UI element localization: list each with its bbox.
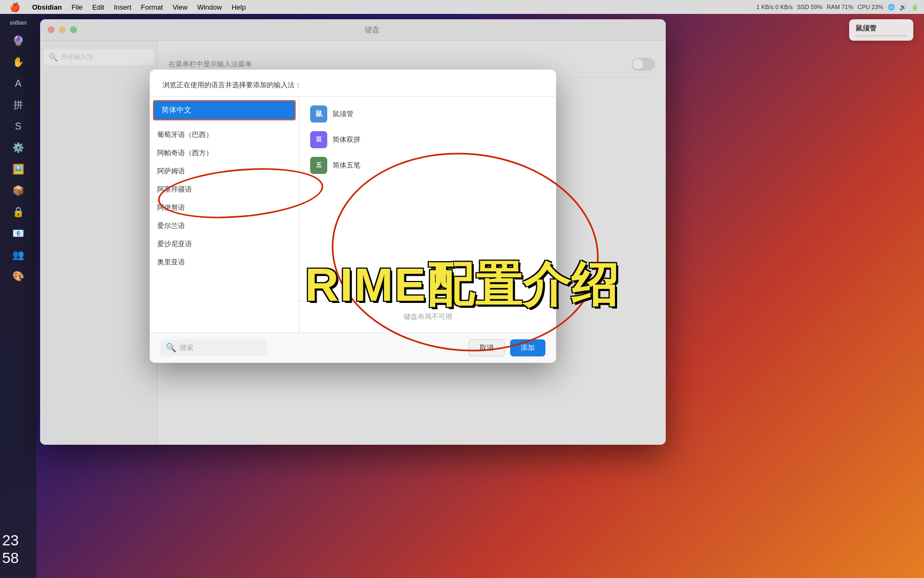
menu-edit[interactable]: Edit (88, 2, 109, 12)
im-icon-shuang: 双 (310, 131, 327, 148)
dialog-instruction: 浏览正在使用的语言并选择要添加的输入法： (163, 81, 302, 89)
clock-minute: 58 (2, 549, 19, 567)
menu-help[interactable]: Help (227, 2, 250, 12)
menu-format[interactable]: Format (137, 2, 167, 12)
im-item-wubi[interactable]: 五 简体五笔 (304, 153, 552, 178)
clock-hour: 23 (2, 531, 19, 550)
stat-ram: RAM 71% (827, 4, 853, 10)
im-name-wubi: 简体五笔 (333, 161, 360, 170)
stat-ssd: SSD 59% (797, 4, 822, 10)
sidebar-item-lock[interactable]: 🔒 (9, 202, 28, 222)
im-item-shuang[interactable]: 双 简体双拼 (304, 127, 552, 153)
input-method-panel: 鼠 鼠须管 双 简体双拼 五 简体五笔 (299, 97, 556, 332)
battery-icon: 🔋 (911, 4, 919, 11)
rime-panel-divider (856, 35, 907, 36)
selected-lang-text: 简体中文 (161, 105, 191, 115)
system-clock: 23 58 (2, 531, 19, 567)
language-list[interactable]: 葡萄牙语（巴西） 阿帕奇语（西方） 阿萨姆语 阿塞拜疆语 阿伊努语 爱尔兰语 爱… (150, 124, 299, 332)
dialog-footer: 🔍 取消 添加 (150, 332, 556, 363)
rime-panel-title: 鼠须管 (856, 24, 907, 33)
stat-net: 1 KB/s 0 KB/s (757, 4, 793, 10)
sidebar-item-s[interactable]: S (9, 117, 28, 136)
sidebar-item-gear[interactable]: ⚙️ (9, 138, 28, 157)
add-input-method-dialog: 浏览正在使用的语言并选择要添加的输入法： 简体中文 葡萄牙语（巴西） 阿帕奇语（… (150, 70, 556, 363)
search-icon: 🔍 (166, 343, 176, 353)
app-window: 键盘 🔍 所有输入法 在菜单栏中显示输入法菜单 (40, 19, 666, 445)
menu-file[interactable]: File (67, 2, 87, 12)
dialog-body: 简体中文 葡萄牙语（巴西） 阿帕奇语（西方） 阿萨姆语 阿塞拜疆语 阿伊努语 爱… (150, 97, 556, 332)
apple-menu[interactable]: 🍎 (5, 1, 25, 13)
app-name[interactable]: Obsidian (28, 2, 66, 12)
lang-item-apache[interactable]: 阿帕奇语（西方） (150, 144, 299, 162)
footer-buttons: 取消 添加 (468, 339, 545, 356)
keyboard-layout-note: 键盘布局不可用 (299, 301, 556, 332)
im-item-rime[interactable]: 鼠 鼠须管 (304, 101, 552, 127)
search-input[interactable] (180, 344, 260, 352)
menubar: 🍎 Obsidian File Edit Insert Format View … (0, 0, 924, 14)
dialog-search-bar[interactable]: 🔍 (160, 339, 267, 356)
lang-item-estonian[interactable]: 爱沙尼亚语 (150, 235, 299, 253)
cancel-button[interactable]: 取消 (468, 339, 505, 356)
lang-item-oriya[interactable]: 奥里亚语 (150, 253, 299, 271)
lang-item-azerbaijani[interactable]: 阿塞拜疆语 (150, 180, 299, 199)
wifi-icon: 🌐 (888, 4, 895, 11)
add-button[interactable]: 添加 (510, 339, 545, 356)
left-sidebar: sidian 🔮 ✋ A 拼 S ⚙️ 🖼️ 📦 🔒 📧 👥 🎨 (0, 14, 36, 578)
im-name-shuang: 简体双拼 (333, 135, 360, 144)
selected-language[interactable]: 简体中文 (153, 100, 296, 120)
sidebar-item-box[interactable]: 📦 (9, 181, 28, 200)
language-list-panel: 简体中文 葡萄牙语（巴西） 阿帕奇语（西方） 阿萨姆语 阿塞拜疆语 阿伊努语 爱… (150, 97, 299, 332)
rime-floating-panel: 鼠须管 (849, 19, 913, 41)
sidebar-item-gem[interactable]: 🔮 (9, 31, 28, 50)
sidebar-item-text[interactable]: A (9, 74, 28, 93)
menu-view[interactable]: View (168, 2, 192, 12)
menubar-left: 🍎 Obsidian File Edit Insert Format View … (5, 1, 250, 13)
lang-item-assamese[interactable]: 阿萨姆语 (150, 162, 299, 180)
lang-item-irish[interactable]: 爱尔兰语 (150, 217, 299, 235)
menubar-right: 1 KB/s 0 KB/s SSD 59% RAM 71% CPU 23% 🌐 … (757, 4, 919, 11)
im-icon-wubi: 五 (310, 157, 327, 174)
dialog-overlay: 浏览正在使用的语言并选择要添加的输入法： 简体中文 葡萄牙语（巴西） 阿帕奇语（… (40, 19, 666, 445)
dialog-header: 浏览正在使用的语言并选择要添加的输入法： (150, 70, 556, 97)
sound-icon: 🔊 (899, 4, 907, 11)
sidebar-item-image[interactable]: 🖼️ (9, 159, 28, 179)
sidebar-item-email[interactable]: 📧 (9, 224, 28, 243)
sidebar-item-pinyin[interactable]: 拼 (9, 95, 28, 115)
lang-item-ainu[interactable]: 阿伊努语 (150, 199, 299, 217)
lang-item-portuguese[interactable]: 葡萄牙语（巴西） (150, 126, 299, 144)
input-method-list: 鼠 鼠须管 双 简体双拼 五 简体五笔 (299, 97, 556, 301)
im-icon-rime: 鼠 (310, 105, 327, 123)
desktop: 鼠须管 sidian 🔮 ✋ A 拼 S ⚙️ 🖼️ 📦 🔒 📧 👥 🎨 键盘 (0, 14, 924, 578)
im-name-rime: 鼠须管 (333, 109, 353, 119)
sidebar-logo: sidian (10, 19, 27, 26)
sidebar-item-users[interactable]: 👥 (9, 245, 28, 264)
menu-insert[interactable]: Insert (110, 2, 136, 12)
sidebar-item-hand[interactable]: ✋ (9, 52, 28, 72)
menu-window[interactable]: Window (193, 2, 226, 12)
stat-cpu: CPU 23% (858, 4, 883, 10)
sidebar-item-colors[interactable]: 🎨 (9, 267, 28, 286)
